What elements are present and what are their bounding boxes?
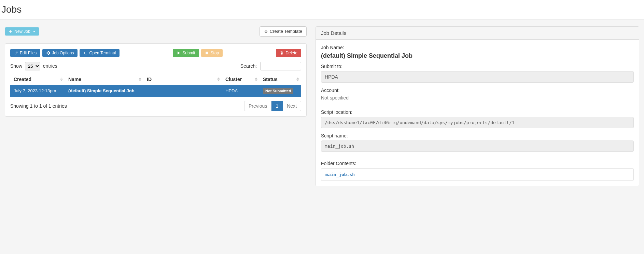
gear-icon [46,51,50,55]
create-template-button[interactable]: Create Template [260,26,307,37]
search-label: Search: [240,63,257,69]
page-header: Jobs [0,0,644,19]
new-job-label: New Job [14,29,30,34]
caret-down-icon [33,31,36,32]
plus-icon [9,29,13,34]
script-location-value: /dss/dsshome1/lxc0F/di46riq/ondemand/dat… [321,117,634,128]
datatable-controls: Show 25 entries Search: [10,62,301,70]
stop-label: Stop [211,51,219,55]
col-name[interactable]: Name [65,74,143,85]
folder-contents-label: Folder Contents: [321,161,634,166]
create-template-label: Create Template [270,29,302,34]
delete-button[interactable]: Delete [276,49,301,57]
page-next[interactable]: Next [283,101,301,111]
jobs-table: Created Name [10,74,301,97]
edit-files-button[interactable]: Edit Files [10,49,40,57]
details-column: Job Details Job Name: (default) Simple S… [316,26,639,186]
stop-icon [205,51,209,55]
page-prev[interactable]: Previous [244,101,271,111]
folder-file-link[interactable]: main_job.sh [325,172,355,177]
col-id[interactable]: ID [143,74,222,85]
play-icon [177,51,181,55]
table-header-row: Created Name [10,74,301,85]
open-terminal-label: Open Terminal [89,51,116,55]
trash-icon [280,51,284,55]
cell-created: July 7, 2023 12:13pm [10,85,65,97]
script-name-value: main_job.sh [321,141,634,152]
sort-icon [217,77,220,81]
page-length-select[interactable]: 25 [25,62,40,70]
cell-name: (default) Simple Sequential Job [65,85,143,97]
search-input[interactable] [260,62,301,70]
edit-icon [14,51,18,55]
folder-item: main_job.sh [321,168,634,181]
script-location-label: Script location: [321,109,634,115]
top-actions: New Job Create Template [5,26,307,37]
cell-id [143,85,222,97]
jobs-panel: Edit Files Job Options Open Terminal [5,43,307,117]
open-terminal-button[interactable]: Open Terminal [80,49,120,57]
submit-to-value: HPDA [321,71,634,83]
table-row[interactable]: July 7, 2023 12:13pm (default) Simple Se… [10,85,301,97]
job-name-label: Job Name: [321,45,634,50]
terminal-icon [83,51,87,55]
new-job-button[interactable]: New Job [5,27,39,36]
col-cluster[interactable]: Cluster [222,74,260,85]
page-length-control: Show 25 entries [10,62,57,70]
job-name-value: (default) Simple Sequential Job [321,52,634,59]
sort-icon [255,77,257,81]
cell-cluster: HPDA [222,85,260,97]
page-title: Jobs [1,4,644,15]
content: New Job Create Template Edit Files [0,19,644,193]
stop-button[interactable]: Stop [201,49,223,57]
jobs-toolbar: Edit Files Job Options Open Terminal [10,49,301,57]
cell-status: Not Submitted [260,85,301,97]
table-info: Showing 1 to 1 of 1 entries [10,103,67,109]
show-suffix: entries [43,63,57,69]
status-badge: Not Submitted [263,88,293,94]
pagination: Previous 1 Next [244,101,301,111]
submit-label: Submit [182,51,195,55]
submit-to-label: Submit to: [321,64,634,69]
delete-label: Delete [285,51,297,55]
details-panel: Job Details Job Name: (default) Simple S… [316,26,639,186]
job-options-button[interactable]: Job Options [42,49,78,57]
sort-icon [60,77,63,81]
col-status[interactable]: Status [260,74,301,85]
sort-icon [139,77,141,81]
job-options-label: Job Options [52,51,74,55]
script-name-label: Script name: [321,133,634,138]
jobs-column: New Job Create Template Edit Files [5,26,307,117]
search-control: Search: [240,62,301,70]
page-current[interactable]: 1 [271,101,283,111]
sort-icon [296,77,299,81]
show-prefix: Show [10,63,22,69]
star-outline-icon [264,29,268,34]
details-heading: Job Details [316,27,639,40]
submit-button[interactable]: Submit [173,49,199,57]
account-label: Account: [321,88,634,93]
edit-files-label: Edit Files [20,51,37,55]
col-created[interactable]: Created [10,74,65,85]
datatable-footer: Showing 1 to 1 of 1 entries Previous 1 N… [10,101,301,111]
account-value: Not specified [321,95,634,101]
